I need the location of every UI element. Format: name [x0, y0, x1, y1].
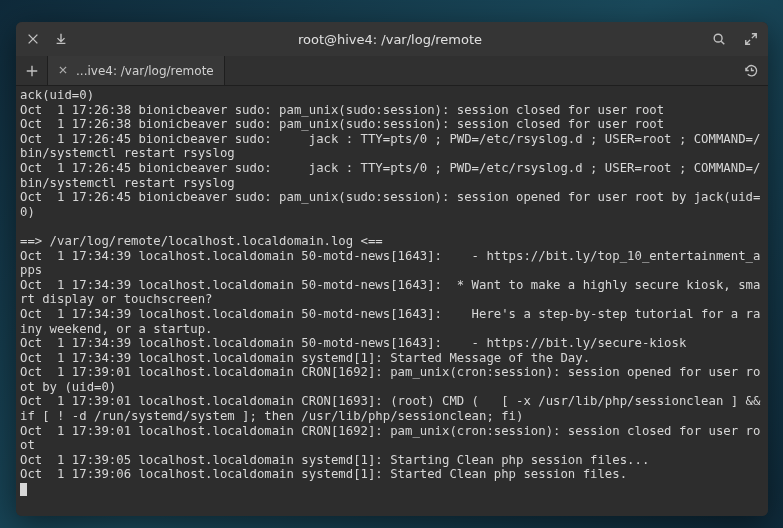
window-title: root@hive4: /var/log/remote — [76, 32, 704, 47]
close-icon[interactable] — [24, 30, 42, 48]
terminal-window: root@hive4: /var/log/remote ...ive4: /va… — [16, 22, 768, 516]
tab-close-icon[interactable] — [58, 63, 68, 78]
svg-point-0 — [714, 34, 722, 42]
tab-label: ...ive4: /var/log/remote — [76, 64, 214, 78]
titlebar: root@hive4: /var/log/remote — [16, 22, 768, 56]
terminal-cursor — [20, 483, 27, 496]
titlebar-left — [24, 30, 70, 48]
terminal-output[interactable]: ack(uid=0) Oct 1 17:26:38 bionicbeaver s… — [16, 86, 768, 516]
history-icon[interactable] — [734, 56, 768, 85]
search-icon[interactable] — [710, 30, 728, 48]
tabbar-spacer — [225, 56, 734, 85]
new-tab-button[interactable] — [16, 56, 48, 85]
terminal-text: ack(uid=0) Oct 1 17:26:38 bionicbeaver s… — [20, 88, 768, 481]
tabbar: ...ive4: /var/log/remote — [16, 56, 768, 86]
fullscreen-icon[interactable] — [742, 30, 760, 48]
tab-active[interactable]: ...ive4: /var/log/remote — [48, 56, 225, 85]
titlebar-right — [710, 30, 760, 48]
download-icon[interactable] — [52, 30, 70, 48]
